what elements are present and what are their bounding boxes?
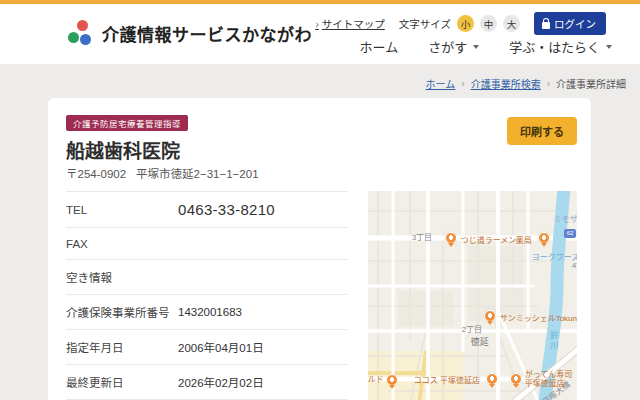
facility-detail-card: 介護予防居宅療養管理指導 船越歯科医院 〒254-0902平塚市徳延2−31−1… bbox=[48, 98, 591, 400]
logo-icon bbox=[66, 18, 94, 48]
facility-name: 船越歯科医院 bbox=[66, 140, 577, 164]
field-value: 0463-33-8210 bbox=[178, 201, 275, 218]
breadcrumb-home[interactable]: ホーム bbox=[426, 76, 456, 91]
font-size-label: 文字サイズ bbox=[399, 16, 451, 31]
facility-address: 〒254-0902平塚市徳延2−31−1−201 bbox=[66, 167, 577, 182]
facility-fields-table: TEL 0463-33-8210 FAX 空き情報 介護保険事業所番号 1432… bbox=[66, 191, 348, 400]
nav-item-learn-work[interactable]: 学ぶ・はたらく bbox=[509, 37, 612, 56]
site-header: 介護情報サービスかながわ › サイトマップ 文字サイズ 小 中 大 ログイン ホ… bbox=[0, 4, 640, 64]
table-row-availability: 空き情報 bbox=[66, 260, 348, 295]
chevron-right-icon: › bbox=[461, 78, 464, 89]
chevron-right-icon: › bbox=[547, 78, 550, 89]
detail-body: TEL 0463-33-8210 FAX 空き情報 介護保険事業所番号 1432… bbox=[66, 191, 577, 400]
nav-search-label: さがす bbox=[428, 37, 467, 56]
table-row-last-updated: 最終更新日 2026年02月02日 bbox=[66, 365, 348, 400]
logo-dot-blue bbox=[80, 34, 91, 45]
chevron-down-icon bbox=[473, 45, 479, 49]
field-label: 空き情報 bbox=[66, 269, 178, 285]
poi-label-sunmichel[interactable]: サンミッシェルTokunobu bbox=[500, 312, 577, 323]
sitemap-label: サイトマップ bbox=[322, 16, 385, 31]
poi-label-partial: ミモザ bbox=[554, 213, 577, 224]
poi-label-pharmacy[interactable]: 薬局 bbox=[516, 234, 532, 245]
poi-label-gatten-line2[interactable]: 平塚徳延店 bbox=[525, 377, 565, 388]
district-label: 3丁目 bbox=[412, 231, 432, 242]
field-value: 1432001683 bbox=[178, 306, 242, 318]
font-size-medium-button[interactable]: 中 bbox=[480, 15, 497, 32]
site-logo[interactable]: 介護情報サービスかながわ bbox=[66, 18, 312, 48]
field-label: 最終更新日 bbox=[66, 374, 178, 390]
nav-item-home[interactable]: ホーム bbox=[360, 37, 399, 56]
chevron-down-icon bbox=[606, 45, 612, 49]
font-size-switcher: 文字サイズ 小 中 大 bbox=[399, 15, 520, 32]
poi-label-york[interactable]: ヨークフーズ bbox=[532, 251, 577, 262]
breadcrumb-current: 介護事業所詳細 bbox=[556, 76, 626, 91]
district-label: 2丁目 bbox=[462, 323, 482, 334]
restaurant-marker-icon[interactable] bbox=[484, 310, 496, 322]
field-value: 2006年04月01日 bbox=[178, 339, 264, 355]
field-label: 指定年月日 bbox=[66, 339, 178, 355]
restaurant-marker-icon[interactable] bbox=[386, 374, 398, 386]
poi-label-cocos[interactable]: ココス 平塚徳延店 bbox=[414, 374, 480, 385]
nav-learn-work-label: 学ぶ・はたらく bbox=[509, 37, 600, 56]
field-label: TEL bbox=[66, 204, 178, 216]
field-value: 2026年02月02日 bbox=[178, 374, 264, 390]
logo-dot-red bbox=[77, 20, 88, 31]
service-type-badge: 介護予防居宅療養管理指導 bbox=[66, 115, 188, 131]
lock-icon bbox=[542, 22, 550, 29]
poi-label-ramen[interactable]: つじ道ラーメン bbox=[461, 234, 517, 245]
breadcrumb-search[interactable]: 介護事業所検索 bbox=[471, 76, 541, 91]
login-label: ログイン bbox=[554, 16, 596, 31]
table-row-tel: TEL 0463-33-8210 bbox=[66, 192, 348, 228]
field-label: FAX bbox=[66, 238, 178, 250]
postal-code: 〒254-0902 bbox=[66, 168, 126, 180]
town-label: 徳延 bbox=[471, 335, 489, 348]
font-size-small-button[interactable]: 小 bbox=[457, 15, 474, 32]
restaurant-marker-icon[interactable] bbox=[486, 373, 498, 385]
number-label: 47 bbox=[572, 261, 577, 270]
nav-item-search[interactable]: さがす bbox=[428, 37, 479, 56]
nav-home-label: ホーム bbox=[360, 37, 399, 56]
field-label: 介護保険事業所番号 bbox=[66, 304, 178, 320]
logo-dot-green bbox=[68, 32, 79, 43]
chevron-right-icon: › bbox=[315, 18, 319, 30]
river-label: 鈴川 bbox=[548, 331, 559, 351]
table-row-designation-date: 指定年月日 2006年04月01日 bbox=[66, 330, 348, 365]
address-text: 平塚市徳延2−31−1−201 bbox=[136, 168, 258, 180]
sitemap-link[interactable]: › サイトマップ bbox=[315, 16, 385, 31]
utility-nav: › サイトマップ 文字サイズ 小 中 大 ログイン bbox=[315, 12, 606, 35]
login-button[interactable]: ログイン bbox=[534, 12, 606, 35]
store-marker-icon[interactable] bbox=[538, 232, 550, 244]
restaurant-marker-icon[interactable] bbox=[445, 232, 457, 244]
font-size-large-button[interactable]: 大 bbox=[503, 15, 520, 32]
breadcrumb: ホーム › 介護事業所検索 › 介護事業所詳細 bbox=[426, 76, 626, 91]
location-map[interactable]: 3丁目 2丁目 徳延 2丁目 ミモザ 47 平塚大橋 鈴川 62 つじ道ラーメン… bbox=[368, 191, 577, 400]
restaurant-marker-icon[interactable] bbox=[510, 373, 522, 385]
poi-label-mcdonalds-cut[interactable]: ルド bbox=[368, 373, 384, 384]
main-nav: ホーム さがす 学ぶ・はたらく bbox=[360, 37, 612, 56]
print-button[interactable]: 印刷する bbox=[507, 117, 577, 145]
table-row-office-number: 介護保険事業所番号 1432001683 bbox=[66, 295, 348, 330]
site-title: 介護情報サービスかながわ bbox=[102, 21, 312, 46]
table-row-fax: FAX bbox=[66, 228, 348, 260]
route-shield-icon: 62 bbox=[564, 229, 577, 238]
